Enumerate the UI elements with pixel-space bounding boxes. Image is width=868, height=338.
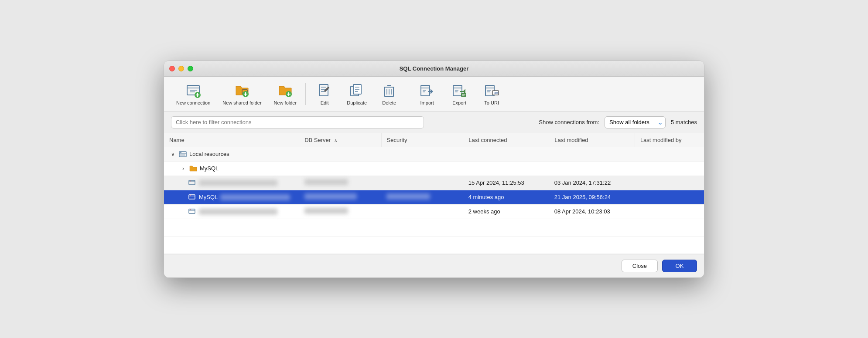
export-icon (451, 83, 467, 98)
cell-security (381, 176, 463, 190)
svg-point-65 (190, 209, 191, 210)
expand-icon[interactable]: › (180, 166, 187, 172)
import-icon (419, 83, 435, 98)
table-header-row: Name DB Server ∧ Security Last connected… (164, 133, 704, 147)
cell-name: ∨ Local resources (169, 150, 294, 158)
svg-rect-37 (453, 85, 462, 96)
bottom-bar: Close OK (164, 254, 704, 277)
close-button[interactable] (169, 66, 175, 71)
cell-dbserver (299, 161, 381, 176)
main-window: SQL Connection Manager New connection (164, 61, 704, 278)
svg-rect-56 (180, 154, 185, 156)
col-lastmodby[interactable]: Last modified by (635, 133, 704, 147)
cell-lastconn: 15 Apr 2024, 11:25:53 (463, 176, 549, 190)
filter-bar: Show connections from: Show all folders … (164, 112, 704, 133)
toolbar-divider-2 (408, 83, 408, 105)
col-security[interactable]: Security (381, 133, 463, 147)
window-title: SQL Connection Manager (400, 65, 469, 72)
col-lastmod[interactable]: Last modified (549, 133, 635, 147)
import-label: Import (420, 100, 434, 105)
cell-lastconn (463, 147, 549, 161)
new-shared-folder-button[interactable]: New shared folder (217, 80, 267, 108)
import-button[interactable]: Import (412, 80, 442, 108)
sort-arrow-dbserver: ∧ (334, 138, 337, 143)
delete-icon (381, 83, 397, 98)
folder-name: MySQL (200, 165, 219, 172)
cell-dbserver-blurred (304, 208, 348, 214)
edit-button[interactable]: Edit (309, 80, 340, 108)
cell-name: › MySQL (169, 165, 294, 172)
table-row[interactable]: blurred name here 2 weeks ago 08 Apr 202… (164, 204, 704, 219)
svg-rect-31 (421, 85, 430, 96)
cell-lastconn (463, 161, 549, 176)
new-connection-label: New connection (176, 100, 210, 105)
to-uri-button[interactable]: URI To URI (476, 80, 507, 108)
delete-button[interactable]: Delete (374, 80, 404, 108)
ok-button[interactable]: OK (662, 260, 697, 272)
cell-name: blurred name here (169, 208, 294, 216)
cell-name: MySQL (169, 193, 294, 201)
cell-lastmodby (635, 176, 704, 190)
folder-select-wrap: Show all folders Local resources MySQL ⌄ (605, 116, 666, 128)
export-button[interactable]: Export (444, 80, 475, 108)
col-lastconn[interactable]: Last connected (463, 133, 549, 147)
connection-name-blurred (220, 194, 290, 200)
cell-security (381, 147, 463, 161)
cell-lastmodby (635, 147, 704, 161)
svg-text:URI: URI (494, 91, 499, 95)
table-row-selected[interactable]: MySQL 4 minutes ago 21 Jan 2025, 09:56:2… (164, 190, 704, 204)
cell-name: blurred name here (169, 179, 294, 187)
close-button[interactable]: Close (622, 260, 658, 272)
connection-icon (188, 193, 196, 201)
table-row[interactable]: ∨ Local resources (164, 147, 704, 161)
cell-dbserver-blurred (304, 193, 357, 199)
toolbar-divider-1 (305, 83, 306, 105)
edit-icon (317, 83, 332, 98)
cell-dbserver (299, 190, 381, 204)
cell-dbserver (299, 147, 381, 161)
table-row-empty (164, 219, 704, 236)
expand-icon[interactable]: ∨ (169, 151, 176, 157)
folder-select[interactable]: Show all folders Local resources MySQL (605, 116, 666, 128)
connection-icon (188, 208, 196, 216)
new-folder-button[interactable]: New folder (269, 80, 302, 108)
new-shared-folder-icon (234, 83, 250, 98)
connections-table: Name DB Server ∧ Security Last connected… (164, 133, 704, 254)
filter-input[interactable] (171, 116, 424, 128)
cell-lastmod: 03 Jan 2024, 17:31:22 (549, 176, 635, 190)
cell-dbserver (299, 176, 381, 190)
table-row[interactable]: › MySQL (164, 161, 704, 176)
minimize-button[interactable] (178, 66, 184, 71)
table-row[interactable]: blurred name here 15 Apr 2024, 11:25:53 … (164, 176, 704, 190)
duplicate-icon (349, 83, 365, 98)
duplicate-button[interactable]: Duplicate (342, 80, 372, 108)
connection-icon (188, 179, 196, 187)
svg-point-62 (190, 195, 191, 196)
folder-icon (189, 165, 197, 172)
cell-lastmodby (635, 161, 704, 176)
connection-name-blurred: blurred name here (199, 209, 277, 215)
maximize-button[interactable] (188, 66, 193, 71)
cell-lastmod: 21 Jan 2025, 09:56:24 (549, 190, 635, 204)
col-dbserver[interactable]: DB Server ∧ (299, 133, 381, 147)
new-folder-label: New folder (274, 100, 297, 105)
matches-count: 5 matches (671, 119, 697, 125)
cell-security-blurred (386, 193, 430, 199)
duplicate-label: Duplicate (347, 100, 367, 105)
cell-lastmod: 08 Apr 2024, 10:23:03 (549, 204, 635, 219)
group-name: Local resources (189, 151, 229, 157)
toolbar: New connection New shared folder (164, 77, 704, 112)
cell-security (381, 161, 463, 176)
cell-dbserver (299, 204, 381, 219)
show-connections-label: Show connections from: (539, 119, 599, 125)
local-resources-icon (179, 150, 187, 158)
cell-lastconn: 4 minutes ago (463, 190, 549, 204)
table-container: Name DB Server ∧ Security Last connected… (164, 133, 704, 254)
col-name[interactable]: Name (164, 133, 299, 147)
cell-lastmodby (635, 190, 704, 204)
cell-lastconn: 2 weeks ago (463, 204, 549, 219)
table-row-empty (164, 236, 704, 254)
edit-label: Edit (321, 100, 329, 105)
export-label: Export (452, 100, 466, 105)
new-connection-button[interactable]: New connection (171, 80, 215, 108)
